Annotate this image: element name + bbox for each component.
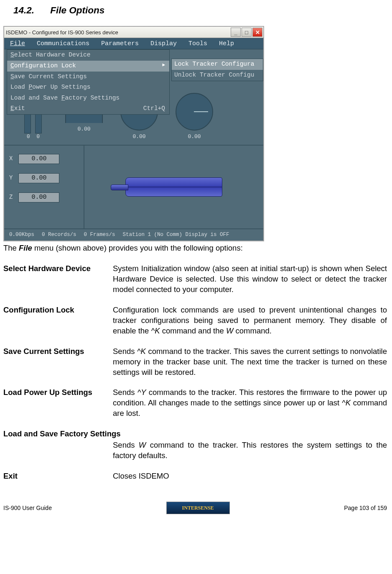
- status-records: 0 Records/s: [42, 231, 76, 238]
- menu-file[interactable]: File: [4, 38, 31, 49]
- footer-left: IS-900 User Guide: [3, 504, 52, 512]
- mid-panel: X0.00 Y0.00 Z0.00: [4, 145, 263, 228]
- config-lock-submenu: Lock Tracker Configura Unlock Tracker Co…: [171, 59, 263, 81]
- minimize-button[interactable]: _: [231, 28, 241, 37]
- window-controls: _ □ ✕: [230, 27, 263, 38]
- bar-label: 0: [27, 133, 30, 141]
- section-title: File Options: [50, 5, 104, 15]
- footer-right: Page 103 of 159: [344, 504, 387, 512]
- def-term: Load Power Up Settings: [3, 387, 113, 419]
- menuitem-exit[interactable]: Exit Ctrl+Q: [7, 103, 169, 114]
- bar-label: 0: [37, 133, 40, 141]
- maximize-button[interactable]: □: [242, 28, 252, 37]
- def-body: Sends ^K command to the tracker. This sa…: [113, 346, 387, 378]
- dial-value: 0.00: [132, 133, 145, 140]
- window-titlebar: ISDEMO - Configured for IS-900 Series de…: [4, 27, 263, 38]
- section-heading: 14.2. File Options: [13, 4, 387, 17]
- def-body: Sends ^Y commands to the tracker. This r…: [113, 387, 387, 419]
- dial-block: 0.00: [176, 93, 213, 141]
- menu-display[interactable]: Display: [145, 38, 183, 49]
- caption-keyword: File: [19, 243, 32, 252]
- z-value: 0.00: [18, 192, 59, 202]
- model-panel: [84, 146, 263, 228]
- menu-parameters[interactable]: Parameters: [95, 38, 145, 49]
- page-footer: IS-900 User Guide INTERSENSE Page 103 of…: [3, 502, 387, 514]
- menubar: File Communications Parameters Display T…: [4, 38, 263, 49]
- menu-tools[interactable]: Tools: [183, 38, 213, 49]
- def-term: Save Current Settings: [3, 346, 113, 378]
- menu-help[interactable]: Help: [213, 38, 240, 49]
- app-window-screenshot: ISDEMO - Configured for IS-900 Series de…: [3, 26, 264, 241]
- def-body: Sends W command to the tracker. This res…: [3, 440, 387, 461]
- submenu-lock[interactable]: Lock Tracker Configura: [172, 59, 263, 70]
- menuitem-save-current[interactable]: Save Current Settings: [7, 72, 169, 82]
- axis-label: X: [9, 155, 13, 163]
- dial-value: 0.00: [77, 126, 90, 132]
- def-load-powerup: Load Power Up Settings Sends ^Y commands…: [3, 387, 387, 419]
- def-save-current: Save Current Settings Sends ^K command t…: [3, 346, 387, 378]
- def-configuration-lock: Configuration Lock Configuration lock co…: [3, 305, 387, 336]
- menu-communications[interactable]: Communications: [31, 38, 95, 49]
- menuitem-select-hardware[interactable]: Select Hardware Device: [7, 50, 169, 61]
- caption-paragraph: The File menu (shown above) provides you…: [3, 243, 387, 254]
- intersense-logo: INTERSENSE: [166, 502, 230, 514]
- def-body: System Initialization window (also seen …: [113, 264, 387, 295]
- menuitem-configuration-lock[interactable]: Configuration Lock ▶: [7, 61, 169, 72]
- window-title: ISDEMO - Configured for IS-900 Series de…: [6, 29, 118, 36]
- def-term: Configuration Lock: [3, 305, 113, 336]
- def-term: Exit: [3, 471, 113, 482]
- status-station: Station 1 (No Comm) Display is OFF: [123, 231, 229, 238]
- y-value: 0.00: [18, 173, 59, 183]
- menuitem-load-factory[interactable]: Load and Save Factory Settings: [7, 93, 169, 104]
- def-body: Closes ISDEMO: [113, 471, 387, 482]
- axis-label: Z: [9, 193, 13, 201]
- def-term: Load and Save Factory Settings: [3, 429, 387, 439]
- shortcut-label: Ctrl+Q: [143, 105, 165, 113]
- file-dropdown: Select Hardware Device Configuration Loc…: [7, 49, 170, 114]
- xyz-panel: X0.00 Y0.00 Z0.00: [4, 146, 84, 228]
- def-body: Configuration lock commands are used to …: [113, 305, 387, 336]
- submenu-unlock[interactable]: Unlock Tracker Configu: [172, 70, 263, 81]
- dial-value: 0.00: [188, 133, 201, 140]
- axis-label: Y: [9, 174, 13, 182]
- menuitem-load-powerup[interactable]: Load Power Up Settings: [7, 82, 169, 93]
- x-value: 0.00: [18, 154, 59, 164]
- section-number: 14.2.: [13, 5, 34, 15]
- status-bar: 0.00Kbps 0 Records/s 0 Frames/s Station …: [4, 228, 263, 241]
- submenu-arrow-icon: ▶: [162, 62, 165, 70]
- def-term: Select Hardware Device: [3, 264, 113, 295]
- status-frames: 0 Frames/s: [84, 231, 115, 238]
- status-kbps: 0.00Kbps: [9, 231, 34, 238]
- def-factory: Load and Save Factory Settings Sends W c…: [3, 429, 387, 461]
- device-model-icon: [125, 177, 222, 197]
- def-select-hardware: Select Hardware Device System Initializa…: [3, 264, 387, 295]
- def-exit: Exit Closes ISDEMO: [3, 471, 387, 482]
- close-button[interactable]: ✕: [252, 28, 262, 37]
- dial-gauge: [176, 93, 213, 131]
